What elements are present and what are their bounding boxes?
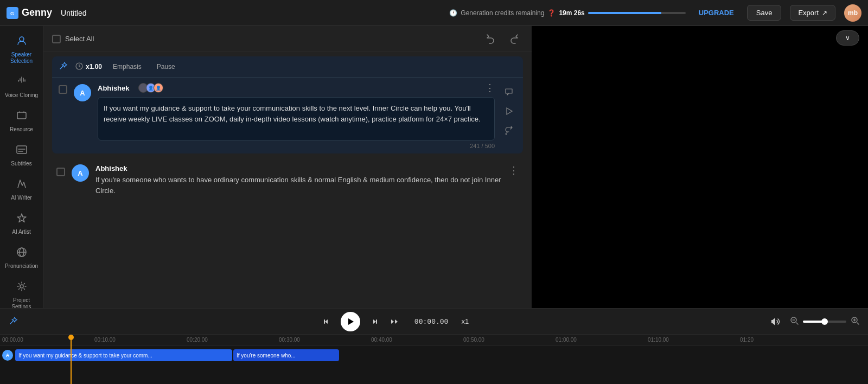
sidebar: SpeakerSelection Voice Cloning Resource (0, 26, 43, 308)
ruler-mark-4: 00:40.00 (371, 337, 392, 343)
timeline-track-1: A If you want my guidance & support to t… (0, 348, 868, 363)
zoom-out-button[interactable] (790, 316, 799, 327)
sidebar-item-subtitles[interactable]: Subtitles (2, 139, 41, 171)
share-item-button[interactable] (501, 123, 516, 138)
select-all-checkbox[interactable] (52, 35, 61, 43)
sidebar-item-ai-artist[interactable]: AI Artist (2, 208, 41, 240)
skip-forward-button[interactable] (369, 316, 381, 328)
sidebar-item-resource[interactable]: Resource (2, 105, 41, 137)
zoom-slider[interactable] (803, 321, 846, 323)
active-text-area: Abhishek 👤 👤 ⋮ If you want my (98, 82, 495, 149)
timeline-ruler: 00:00.00 00:10.00 00:20.00 00:30.00 00:4… (0, 335, 868, 345)
sidebar-item-label-project-settings: Project Settings (4, 297, 39, 308)
track-clip-2[interactable]: If you're someone who... (233, 349, 339, 361)
svg-point-7 (20, 285, 23, 288)
sidebar-item-label-resource: Resource (10, 126, 33, 133)
script-panel: Select All (43, 26, 532, 308)
svg-marker-13 (348, 318, 354, 325)
redo-button[interactable] (506, 30, 523, 48)
active-item-checkbox[interactable] (59, 85, 67, 94)
resource-icon (16, 110, 28, 124)
speaker-avatar-2: A (72, 164, 89, 182)
pause-button[interactable]: Pause (152, 62, 180, 72)
sidebar-item-voice-cloning[interactable]: Voice Cloning (2, 71, 41, 103)
user-avatar-button[interactable]: mb (844, 4, 861, 22)
svg-rect-12 (324, 319, 325, 324)
speaker-name-2: Abhishek (95, 164, 502, 172)
clip-1-text: If you want my guidance & support to tak… (18, 353, 152, 359)
item-2-more-button[interactable]: ⋮ (509, 164, 519, 176)
speaker-thumbnails: 👤 👤 (138, 83, 163, 93)
content-area: Select All (43, 26, 532, 308)
subtitles-icon (16, 144, 28, 158)
sidebar-item-label-subtitles: Subtitles (11, 161, 31, 167)
playback-time: 00:00.00 (414, 317, 449, 325)
skip-back-button[interactable] (320, 316, 332, 328)
item-1-text-editor[interactable]: If you want my guidance & support to tak… (98, 97, 495, 140)
logo: G Genny (7, 7, 52, 19)
track-avatar-1: A (2, 350, 13, 361)
script-items-list: x1.00 Emphasis Pause A Abhishek (43, 52, 532, 308)
ruler-mark-3: 00:30.00 (279, 337, 300, 343)
active-item-toolbar: x1.00 Emphasis Pause (52, 56, 523, 78)
clock-icon: 🕐 (449, 9, 457, 17)
ai-artist-icon (16, 212, 28, 227)
undo-button[interactable] (482, 30, 499, 48)
script-item-2: A Abhishek If you're someone who wants t… (52, 158, 523, 202)
svg-rect-14 (376, 319, 377, 324)
playback-bar: 00:00.00 x1 (0, 309, 868, 335)
speed-icon (75, 62, 84, 72)
ruler-mark-7: 01:10.00 (648, 337, 669, 343)
item-2-text: If you're someone who wants to have ordi… (95, 175, 502, 196)
play-button[interactable] (341, 312, 360, 331)
wand-icon-playback (9, 316, 18, 328)
emphasis-button[interactable]: Emphasis (108, 62, 146, 72)
item-2-checkbox[interactable] (56, 168, 65, 176)
voice-cloning-icon (16, 75, 28, 90)
play-item-button[interactable] (501, 104, 516, 119)
upgrade-button[interactable]: UPGRADE (694, 7, 738, 19)
ruler-marks-container: 00:00.00 00:10.00 00:20.00 00:30.00 00:4… (2, 336, 868, 344)
speaker-name-1: Abhishek (98, 84, 130, 92)
fast-forward-button[interactable] (390, 316, 401, 328)
svg-point-2 (20, 37, 24, 41)
sidebar-item-ai-writer[interactable]: AI Writer (2, 174, 41, 206)
svg-rect-3 (17, 112, 26, 119)
help-icon-credits: ❓ (547, 9, 556, 17)
item-1-text: If you want my guidance & support to tak… (104, 104, 481, 123)
header: G Genny Untitled 🕐 Generation credits re… (0, 0, 868, 26)
active-speaker-row: Abhishek 👤 👤 ⋮ (98, 82, 495, 94)
ruler-mark-5: 00:50.00 (463, 337, 484, 343)
export-label: Export (798, 9, 819, 17)
credits-time: 19m 26s (559, 9, 584, 17)
save-button[interactable]: Save (747, 5, 782, 21)
select-all-text: Select All (65, 35, 94, 43)
sidebar-item-speaker-selection[interactable]: SpeakerSelection (2, 30, 41, 69)
speaker-avatar-1: A (74, 84, 91, 101)
speed-control[interactable]: x1.00 (75, 62, 102, 72)
zoom-thumb (821, 318, 828, 325)
select-all-label[interactable]: Select All (52, 35, 94, 43)
bottom-section: 00:00.00 x1 (0, 308, 868, 384)
timeline-playhead[interactable] (71, 335, 72, 384)
chevron-down-icon: ∨ (845, 34, 850, 42)
export-button[interactable]: Export ↗ (790, 5, 835, 21)
pronunciation-icon (16, 246, 28, 261)
playback-speed: x1 (461, 317, 469, 325)
track-clips-1: If you want my guidance & support to tak… (15, 349, 866, 361)
ruler-mark-8: 01:20 (740, 337, 754, 343)
chevron-down-button[interactable]: ∨ (836, 30, 859, 46)
credits-bar (588, 12, 686, 14)
comment-button[interactable] (501, 84, 516, 99)
sidebar-item-project-settings[interactable]: Project Settings (2, 276, 41, 308)
zoom-in-button[interactable] (851, 316, 859, 327)
script-item-1: x1.00 Emphasis Pause A Abhishek (52, 56, 523, 153)
sidebar-item-pronunciation[interactable]: Pronunciation (2, 242, 41, 274)
logo-text: Genny (22, 7, 52, 18)
sidebar-item-label-pronunciation: Pronunciation (5, 263, 38, 270)
ruler-mark-6: 01:00.00 (556, 337, 577, 343)
track-clip-1[interactable]: If you want my guidance & support to tak… (15, 349, 232, 361)
volume-button[interactable] (770, 316, 781, 327)
clip-2-text: If you're someone who... (237, 353, 296, 359)
item-1-more-button[interactable]: ⋮ (485, 82, 495, 94)
